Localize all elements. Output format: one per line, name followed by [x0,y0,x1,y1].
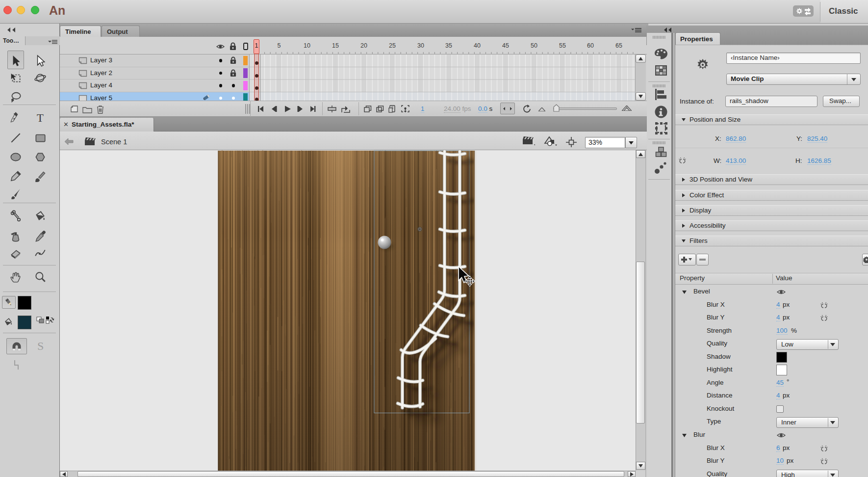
svg-text:T: T [37,112,44,124]
